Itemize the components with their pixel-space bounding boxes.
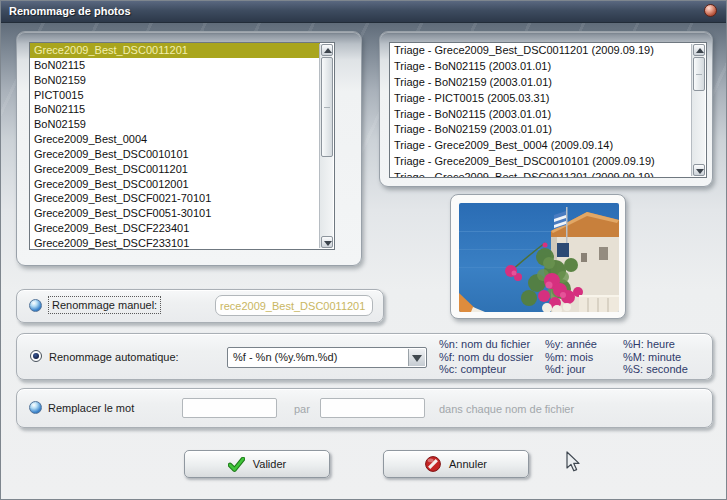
scroll-up-icon[interactable]: [321, 44, 333, 56]
replace-word-panel: Remplacer le mot par dans chaque nom de …: [16, 388, 713, 428]
scroll-down-icon[interactable]: [321, 236, 333, 248]
legend-line: %m: mois: [545, 351, 597, 364]
list-item[interactable]: Grece2009_Best_DSC0011201: [30, 43, 320, 58]
list-item[interactable]: Grece2009_Best_DSC0011201: [30, 162, 320, 177]
renamed-files-rows: Triage - Grece2009_Best_DSC0011201 (2009…: [390, 43, 692, 177]
legend-line: %f: nom du dossier: [439, 351, 533, 364]
list-item[interactable]: Triage - BoN02159 (2003.01.01): [390, 75, 692, 91]
list-item[interactable]: Triage - BoN02159 (2003.01.01): [390, 122, 692, 138]
scroll-up-icon[interactable]: [693, 44, 705, 56]
source-files-listbox[interactable]: Grece2009_Best_DSC0011201BoN02115BoN0215…: [29, 42, 335, 250]
replace-word-label: Remplacer le mot: [48, 402, 134, 414]
replace-with-input[interactable]: [320, 398, 425, 418]
list-item[interactable]: Triage - PICT0015 (2005.03.31): [390, 91, 692, 107]
manual-rename-input[interactable]: [215, 295, 373, 316]
source-files-rows: Grece2009_Best_DSC0011201BoN02115BoN0215…: [30, 43, 320, 249]
legend-line: %M: minute: [623, 351, 688, 364]
left-scrollbar[interactable]: [319, 44, 333, 248]
list-item[interactable]: PICT0015: [30, 88, 320, 103]
check-icon: [228, 457, 245, 472]
automatic-rename-radio[interactable]: [30, 350, 42, 362]
source-files-panel: Grece2009_Best_DSC0011201BoN02115BoN0215…: [16, 31, 362, 266]
title-bar[interactable]: Renommage de photos: [1, 1, 726, 23]
no-entry-icon: [425, 456, 441, 472]
pattern-combobox[interactable]: %f - %n (%y.%m.%d): [227, 347, 427, 368]
automatic-rename-panel: Renommage automatique: %f - %n (%y.%m.%d…: [16, 333, 713, 380]
list-item[interactable]: Grece2009_Best_DSCF0051-30101: [30, 206, 320, 221]
list-item[interactable]: Triage - BoN02115 (2003.01.01): [390, 107, 692, 123]
pattern-legend-col3: %H: heure%M: minute%S: seconde: [623, 338, 688, 376]
cancel-button[interactable]: Annuler: [383, 450, 529, 478]
replace-par-label: par: [294, 403, 310, 415]
list-item[interactable]: Grece2009_Best_DSC0012001: [30, 177, 320, 192]
manual-rename-label: Renommage manuel:: [48, 296, 161, 314]
scrollbar-thumb[interactable]: [693, 57, 705, 91]
legend-line: %S: seconde: [623, 363, 688, 376]
chevron-down-icon[interactable]: [408, 349, 425, 366]
list-item[interactable]: BoN02159: [30, 73, 320, 88]
photo-preview-panel: [450, 194, 626, 319]
list-item[interactable]: BoN02159: [30, 117, 320, 132]
rename-photos-dialog: Renommage de photos Grece2009_Best_DSC00…: [0, 0, 727, 500]
list-item[interactable]: Grece2009_Best_DSCF223401: [30, 221, 320, 236]
list-item[interactable]: Triage - Grece2009_Best_DSC0011201 (2009…: [390, 170, 692, 177]
right-scrollbar[interactable]: [691, 44, 705, 176]
legend-line: %H: heure: [623, 338, 688, 351]
window-title: Renommage de photos: [9, 5, 131, 17]
mouse-cursor: [566, 451, 581, 472]
legend-line: %c: compteur: [439, 363, 533, 376]
manual-rename-panel: Renommage manuel:: [16, 289, 384, 323]
list-item[interactable]: BoN02115: [30, 102, 320, 117]
list-item[interactable]: Grece2009_Best_DSC0010101: [30, 147, 320, 162]
manual-rename-radio[interactable]: [29, 299, 42, 312]
replace-suffix-label: dans chaque nom de fichier: [439, 403, 574, 415]
list-item[interactable]: Triage - Grece2009_Best_DSC0010101 (2009…: [390, 154, 692, 170]
scroll-down-icon[interactable]: [693, 164, 705, 176]
legend-line: %y: année: [545, 338, 597, 351]
list-item[interactable]: Triage - BoN02115 (2003.01.01): [390, 59, 692, 75]
legend-line: %n: nom du fichier: [439, 338, 533, 351]
list-item[interactable]: Grece2009_Best_DSCF233101: [30, 236, 320, 249]
renamed-files-panel: Triage - Grece2009_Best_DSC0011201 (2009…: [379, 31, 713, 187]
list-item[interactable]: Triage - Grece2009_Best_0004 (2009.09.14…: [390, 138, 692, 154]
validate-button[interactable]: Valider: [184, 450, 330, 478]
list-item[interactable]: Triage - Grece2009_Best_DSC0011201 (2009…: [390, 43, 692, 59]
renamed-files-listbox[interactable]: Triage - Grece2009_Best_DSC0011201 (2009…: [389, 42, 707, 178]
close-icon[interactable]: [704, 4, 717, 17]
legend-line: %d: jour: [545, 363, 597, 376]
pattern-legend-col1: %n: nom du fichier%f: nom du dossier%c: …: [439, 338, 533, 376]
pattern-legend-col2: %y: année%m: mois%d: jour: [545, 338, 597, 376]
scrollbar-thumb[interactable]: [321, 57, 333, 157]
replace-find-input[interactable]: [182, 398, 277, 418]
photo-preview: [459, 203, 619, 312]
list-item[interactable]: BoN02115: [30, 58, 320, 73]
list-item[interactable]: Grece2009_Best_DSCF0021-70101: [30, 191, 320, 206]
pattern-value: %f - %n (%y.%m.%d): [228, 348, 426, 367]
validate-button-label: Valider: [253, 458, 286, 470]
automatic-rename-label: Renommage automatique:: [49, 351, 179, 363]
list-item[interactable]: Grece2009_Best_0004: [30, 132, 320, 147]
cancel-button-label: Annuler: [449, 458, 487, 470]
replace-word-radio[interactable]: [29, 401, 42, 414]
